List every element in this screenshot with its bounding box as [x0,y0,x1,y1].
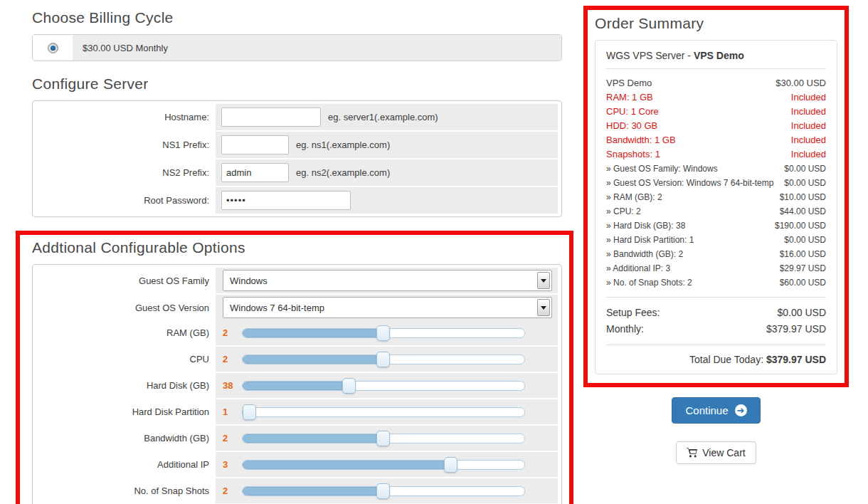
slider-track[interactable] [242,407,525,417]
summary-row-amount: Included [791,105,826,119]
summary-sub-label: » Bandwidth (GB): 2 [606,247,683,261]
summary-sub-label: » Guest OS Family: Windows [606,162,718,176]
view-cart-button[interactable]: View Cart [676,441,756,464]
field-control-area: eg. server1(.example.com) [216,104,558,130]
slider-fill [243,382,349,390]
summary-totals: Setup Fees: $0.00 USD Monthly: $379.97 U… [606,305,826,337]
text-input[interactable] [221,191,351,210]
order-config-column: Choose Billing Cycle $30.00 USD Monthly … [32,9,562,504]
slider-handle[interactable] [342,378,356,394]
summary-sub-label: » Hard Disk (GB): 38 [606,219,685,233]
dropdown[interactable]: Windows [223,270,552,291]
dropdown[interactable]: Windows 7 64-bit-temp [223,297,552,318]
slider-track[interactable] [242,381,525,391]
billing-cycle-option[interactable]: $30.00 USD Monthly [32,34,562,61]
summary-sub-row: » Bandwidth (GB): 2 $16.00 USD [606,247,826,261]
highlight-box-options: Addtional Configurable Options Guest OS … [16,231,573,504]
dropdown-selected-value: Windows 7 64-bit-temp [230,303,324,313]
slider-handle[interactable] [376,352,390,367]
option-label: CPU [36,347,216,372]
option-slider-row: Hard Disk Partition 1 [36,399,558,424]
totals-amount: $0.00 USD [778,305,826,321]
config-field-row: Root Password: [36,187,558,214]
slider-track[interactable] [242,434,525,443]
text-input[interactable] [221,107,321,127]
summary-row: VPS Demo $30.00 USD [606,76,826,90]
field-hint: eg. server1(.example.com) [328,112,438,122]
summary-row-amount: Included [791,90,826,105]
slider-track[interactable] [242,328,525,338]
summary-sub-amount: $10.00 USD [780,190,826,204]
slider-fill [243,461,451,469]
slider-handle[interactable] [444,457,457,473]
radio-dot-icon [51,46,55,51]
summary-sub-label: » No. of Snap Shots: 2 [606,275,692,290]
summary-row: HDD: 30 GB Included [606,119,826,133]
summary-row: Bandwidth: 1 GB Included [606,133,826,147]
text-input[interactable] [221,163,289,182]
option-select-row: Guest OS Version Windows 7 64-bit-temp [36,295,558,320]
product-title: WGS VPS Server - VPS Demo [606,50,826,61]
summary-row-label: HDD: 30 GB [606,119,657,133]
slider-fill [243,487,383,495]
option-control-area: 2 [216,426,558,451]
billing-cycle-heading: Choose Billing Cycle [32,9,562,26]
slider-track[interactable] [242,486,525,496]
field-control-area: eg. ns1(.example.com) [216,132,558,158]
slider-value: 2 [223,354,241,364]
order-summary-column: Order Summary WGS VPS Server - VPS Demo … [583,6,849,464]
slider-value: 38 [223,380,241,391]
option-label: Hard Disk Partition [36,399,216,424]
summary-row: RAM: 1 GB Included [606,90,826,105]
slider-handle[interactable] [376,483,390,499]
arrow-circle-right-icon: ➜ [735,404,747,416]
configure-server-panel: Hostname: eg. server1(.example.com) NS1 … [32,100,562,217]
summary-sub-label: » CPU: 2 [606,204,641,219]
continue-button[interactable]: Continue ➜ [672,397,760,424]
additional-options-heading: Addtional Configurable Options [32,239,562,256]
config-field-row: NS2 Prefix: eg. ns2(.example.com) [36,159,558,186]
field-label: Hostname: [36,104,216,130]
text-input[interactable] [221,135,289,154]
total-due-row: Total Due Today: $379.97 USD [606,352,826,365]
option-sliders-group: RAM (GB) 2 CPU 2 [36,320,558,503]
summary-sub-label: » Hard Disk Partition: 1 [606,233,694,247]
summary-sub-label: » Additional IP: 3 [606,261,670,275]
dropdown-arrow-button[interactable] [537,272,550,289]
summary-sub-label: » Guest OS Version: Windows 7 64-bit-tem… [606,176,773,190]
total-due-amount: $379.97 USD [766,354,826,365]
summary-sub-row: » Hard Disk (GB): 38 $190.00 USD [606,219,826,233]
summary-sub-amount: $190.00 USD [775,219,826,233]
product-name: VPS Demo [694,50,744,61]
chevron-down-icon [541,306,546,310]
summary-sub-amount: $29.97 USD [780,261,826,275]
option-slider-row: Additional IP 3 [36,452,558,477]
billing-option-label[interactable]: $30.00 USD Monthly [73,35,561,61]
dropdown-arrow-button[interactable] [537,299,550,316]
option-slider-row: RAM (GB) 2 [36,320,558,345]
summary-row-label: RAM: 1 GB [606,90,653,105]
summary-sub-label: » RAM (GB): 2 [606,190,662,204]
order-summary-heading: Order Summary [595,15,837,32]
summary-row-label: Snapshots: 1 [606,147,660,162]
summary-base-items: VPS Demo $30.00 USD RAM: 1 GB Included C… [606,76,826,162]
slider-value: 2 [223,485,241,496]
slider-value: 3 [223,459,241,470]
slider-handle[interactable] [376,431,390,446]
slider-track[interactable] [242,460,525,470]
option-selects-group: Guest OS Family Windows Guest OS Version [36,268,558,320]
total-due-label: Total Due Today: [689,354,766,365]
billing-radio-selected[interactable] [48,43,58,53]
divider [606,297,826,298]
summary-sub-row: » RAM (GB): 2 $10.00 USD [606,190,826,204]
slider-handle[interactable] [376,325,390,341]
divider [606,68,826,69]
view-cart-label: View Cart [702,447,745,458]
summary-sub-row: » CPU: 2 $44.00 USD [606,204,826,219]
slider-track[interactable] [242,355,525,364]
option-control-area: 1 [216,399,558,424]
slider-handle[interactable] [243,404,256,420]
summary-row: Snapshots: 1 Included [606,147,826,162]
summary-sub-row: » Hard Disk Partition: 1 $0.00 USD [606,233,826,247]
field-control-area [216,187,558,214]
